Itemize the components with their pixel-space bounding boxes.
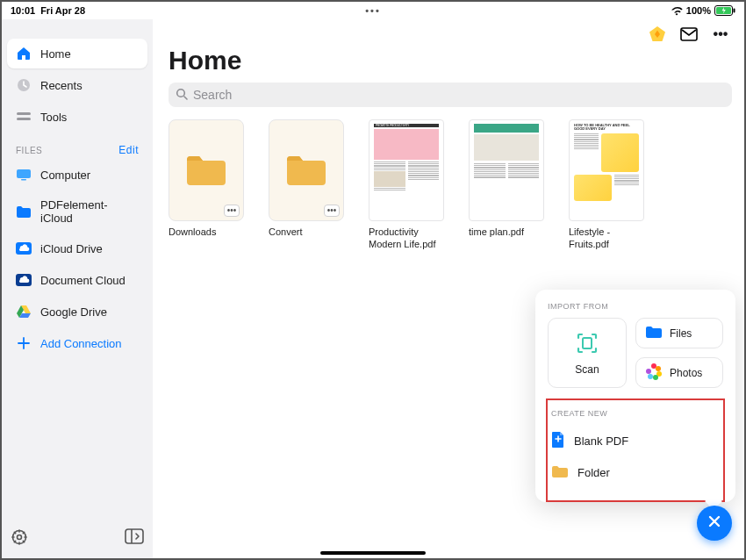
photos-label: Photos [670,367,702,379]
scan-icon [575,331,599,358]
svg-rect-8 [21,179,26,181]
sidebar-item-label: Computer [40,169,90,182]
sidebar-item-tools[interactable]: Tools [7,102,147,132]
import-photos-button[interactable]: Photos [635,357,723,388]
search-input[interactable]: Search [169,83,732,107]
home-indicator[interactable] [320,551,426,555]
sidebar-item-recents[interactable]: Recents [7,70,147,100]
battery-icon [714,5,735,16]
grid-item-document[interactable]: HOW TO BE HEALTHY AND FEEL GOOD EVERY DA… [569,119,644,251]
scan-label: Scan [575,363,599,376]
item-label: Convert [269,226,344,239]
sidebar-item-label: Recents [40,79,82,92]
import-files-button[interactable]: Files [635,318,723,348]
sidebar-add-connection[interactable]: Add Connection [7,328,147,358]
grid-item-document[interactable]: time plan.pdf [469,119,544,251]
files-label: Files [670,327,692,340]
create-new-label: CREATE NEW [548,409,723,418]
item-more-icon[interactable]: ••• [224,205,240,217]
create-folder-button[interactable]: Folder [548,456,723,488]
sidebar-item-pdfelement-icloud[interactable]: PDFelement-iCloud [7,191,147,232]
files-icon [645,325,663,341]
close-icon [707,513,722,533]
item-label: time plan.pdf [469,226,544,239]
add-connection-label: Add Connection [40,337,122,350]
icloud-icon [16,241,32,256]
tools-icon [16,109,32,125]
sidebar-item-label: iCloud Drive [40,242,103,255]
svg-rect-13 [126,529,143,543]
grid-item-folder[interactable]: ••• Downloads [169,119,244,251]
sidebar-item-label: PDFelement-iCloud [40,198,139,225]
battery-percent: 100% [686,5,711,16]
content-area: Home Search ••• Downloads ••• [153,19,744,558]
sidebar-item-home[interactable]: Home [7,39,147,68]
svg-point-17 [656,366,661,371]
clock-icon [16,77,32,93]
svg-point-14 [177,89,185,97]
edit-link[interactable]: Edit [118,144,139,156]
status-time: 10:01 [11,5,35,16]
svg-rect-7 [17,169,31,178]
doc-preview-title: HOW TO BE HEALTHY AND FEEL GOOD EVERY DA… [574,124,639,132]
sidebar-item-google-drive[interactable]: Google Drive [7,297,147,327]
blank-pdf-icon [551,431,565,451]
svg-point-16 [651,363,656,369]
status-bar: 10:01 Fri Apr 28 ••• 100% [2,2,744,19]
sidebar: Home Recents Tools FILES Edit Computer [2,19,153,558]
plus-icon [16,335,32,351]
multitask-dots-icon[interactable]: ••• [365,5,381,16]
folder-label: Folder [577,466,610,479]
item-label: Productivity Modern Life.pdf [369,226,444,251]
item-label: Downloads [169,226,244,239]
item-label: Lifestyle - Fruits.pdf [569,226,644,251]
svg-point-20 [648,374,653,379]
status-date: Fri Apr 28 [40,5,85,16]
grid-item-document[interactable]: PROMOTE PRODUCTIVITY Productivity Modern… [369,119,444,251]
import-scan-button[interactable]: Scan [548,318,627,388]
google-drive-icon [16,304,32,319]
sidebar-item-label: Tools [40,111,67,124]
svg-rect-6 [17,118,31,120]
sidebar-item-icloud-drive[interactable]: iCloud Drive [7,233,147,263]
search-icon [176,88,188,103]
grid-item-folder[interactable]: ••• Convert [269,119,344,251]
photos-icon [645,363,663,383]
home-icon [16,46,32,61]
fab-close-button[interactable] [697,506,732,541]
create-new-section: CREATE NEW Blank PDF Folder [548,400,723,500]
svg-rect-5 [17,112,31,115]
search-placeholder: Search [193,88,232,102]
create-blank-pdf-button[interactable]: Blank PDF [548,425,723,456]
svg-point-21 [646,369,651,374]
wifi-icon [671,6,683,16]
sidebar-item-label: Home [40,47,71,61]
sidebar-item-label: Document Cloud [40,274,126,287]
sidebar-item-document-cloud[interactable]: Document Cloud [7,265,147,295]
add-popover: IMPORT FROM Scan Files [535,290,735,502]
sidebar-item-label: Google Drive [40,305,107,319]
sidebar-item-computer[interactable]: Computer [7,160,147,190]
computer-icon [16,167,32,183]
svg-rect-15 [583,338,592,348]
sidebar-toggle-icon[interactable] [125,528,144,549]
doc-preview-title: PROMOTE PRODUCTIVITY [374,124,439,127]
folder-icon [16,204,32,219]
doc-preview-title [474,124,539,133]
item-more-icon[interactable]: ••• [324,205,340,217]
page-title: Home [169,46,732,75]
import-from-label: IMPORT FROM [548,302,723,311]
folder-plus-icon [551,464,569,481]
settings-icon[interactable] [11,528,28,549]
svg-rect-2 [734,9,735,13]
svg-point-12 [18,535,22,540]
document-cloud-icon [16,272,32,288]
files-section-label: FILES [16,146,42,155]
svg-point-19 [653,375,658,380]
blank-pdf-label: Blank PDF [574,434,628,448]
